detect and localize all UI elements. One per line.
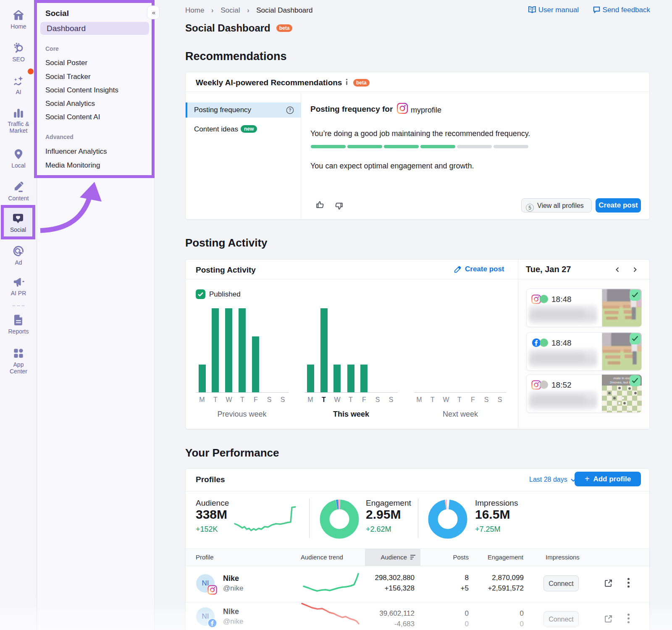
svg-text:?: ? (289, 108, 291, 113)
